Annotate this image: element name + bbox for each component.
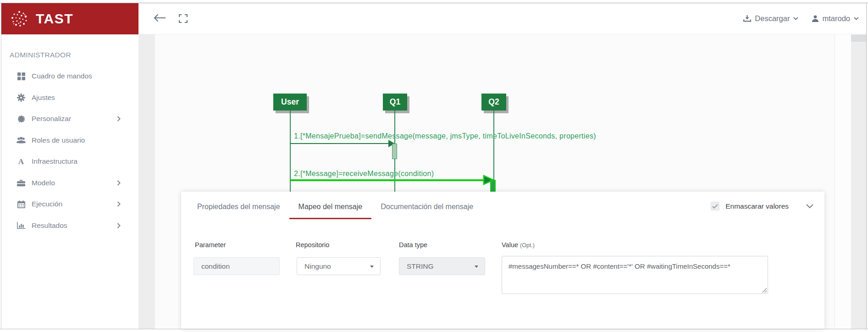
tab-propiedades-del-mensaje[interactable]: Propiedades del mensaje <box>188 192 289 219</box>
chevron-down-icon <box>793 17 798 20</box>
check-icon <box>712 204 718 209</box>
gear-icon <box>16 94 27 102</box>
sidebar-item-label: Ejecución <box>32 200 62 208</box>
app-window: TAST ADMINISTRADOR Cuadro de mandos Ajus… <box>0 0 868 332</box>
chevron-down-icon <box>854 17 859 20</box>
tab-bar: Propiedades del mensaje Mapeo del mensaj… <box>188 192 482 219</box>
repository-label: Repositorio <box>296 241 329 249</box>
sidebar-item-label: Infraestructura <box>32 157 77 166</box>
parameter-input[interactable]: condition <box>194 257 280 275</box>
sidebar-item-resultados[interactable]: Resultados <box>1 215 138 237</box>
select-caret-icon <box>370 266 374 270</box>
message-1-arrow-line[interactable] <box>290 143 389 144</box>
brand-header: TAST <box>1 3 138 34</box>
collapse-panel-chevron-icon[interactable] <box>806 204 813 209</box>
lifeline-head-user[interactable]: User <box>273 94 307 111</box>
download-icon <box>743 15 751 22</box>
repository-select[interactable]: Ninguno <box>297 257 381 275</box>
activation-bar-q2-highlighted <box>490 180 496 193</box>
download-label: Descargar <box>755 14 790 23</box>
tast-logo-icon <box>10 9 29 28</box>
lifeline-head-q2[interactable]: Q2 <box>481 94 506 111</box>
toolbar: Descargar mtarodo <box>138 3 866 34</box>
value-textarea-content: #messagesNumber==* OR #content=='*' OR #… <box>509 262 730 270</box>
mask-values-control: Enmascarar valores <box>711 202 813 210</box>
sidebar-item-label: Personalizar <box>32 115 71 123</box>
user-icon <box>812 15 818 22</box>
datatype-label: Data type <box>399 241 427 249</box>
frame-border-right <box>866 3 867 329</box>
chevron-right-icon <box>117 116 121 122</box>
value-opt-label: (Opt.) <box>520 242 535 249</box>
sidebar-item-label: Ajustes <box>32 94 55 102</box>
message-1-label[interactable]: 1.[*MensajePrueba]=sendMessage(message, … <box>294 132 596 140</box>
bar-chart-icon <box>16 222 27 229</box>
sidebar-item-label: Resultados <box>32 221 67 230</box>
activation-bar-q1 <box>392 144 397 159</box>
sidebar-item-roles-de-usuario[interactable]: Roles de usuario <box>1 130 138 151</box>
sidebar: ADMINISTRADOR Cuadro de mandos Ajustes P… <box>1 34 138 329</box>
sidebar-item-personalizar[interactable]: Personalizar <box>1 108 138 130</box>
datatype-selected-value: STRING <box>407 262 434 271</box>
chevron-right-icon <box>117 223 121 228</box>
tab-mapeo-del-mensaje[interactable]: Mapeo del mensaje <box>289 192 372 219</box>
resize-handle-icon[interactable] <box>762 288 767 293</box>
sidebar-item-label: Cuadro de mandos <box>32 72 92 80</box>
users-icon <box>16 137 27 144</box>
brand-name: TAST <box>36 11 73 27</box>
user-menu[interactable]: mtarodo <box>812 14 859 23</box>
parameter-label: Parameter <box>195 241 226 249</box>
sidebar-item-ejecucion[interactable]: Ejecución <box>1 194 138 215</box>
font-icon: A <box>16 158 27 166</box>
diagram-right-gutter <box>835 34 851 329</box>
briefcase-icon <box>16 179 27 187</box>
repository-selected-value: Ninguno <box>304 262 331 271</box>
dashboard-icon <box>16 72 27 80</box>
sidebar-item-infraestructura[interactable]: A Infraestructura <box>1 151 138 172</box>
select-caret-icon <box>475 266 478 270</box>
sidebar-item-cuadro-de-mandos[interactable]: Cuadro de mandos <box>1 66 138 87</box>
datatype-select[interactable]: STRING <box>399 257 485 275</box>
chevron-right-icon <box>117 201 121 207</box>
fullscreen-icon[interactable] <box>179 14 188 25</box>
frame-border-bottom <box>0 329 868 329</box>
sidebar-item-label: Roles de usuario <box>32 136 85 144</box>
cog-flower-icon <box>16 115 27 123</box>
mask-values-label: Enmascarar valores <box>725 202 789 210</box>
sidebar-section-label: ADMINISTRADOR <box>10 51 71 59</box>
chevron-right-icon <box>117 180 121 186</box>
message-detail-panel: Propiedades del mensaje Mapeo del mensaj… <box>181 192 824 329</box>
mask-values-checkbox[interactable] <box>711 202 719 210</box>
tab-documentacion-del-mensaje[interactable]: Documentación del mensaje <box>371 192 482 219</box>
download-menu[interactable]: Descargar <box>743 14 798 23</box>
lifeline-head-q1[interactable]: Q1 <box>383 94 407 111</box>
back-button[interactable] <box>153 13 166 24</box>
value-label: Value (Opt.) <box>502 241 535 249</box>
message-2-arrow-line-highlighted[interactable] <box>290 179 485 181</box>
sidebar-item-modelo[interactable]: Modelo <box>1 172 138 194</box>
toolbar-right: Descargar mtarodo <box>743 3 859 34</box>
calendar-icon <box>16 200 27 208</box>
username-label: mtarodo <box>822 14 850 23</box>
value-textarea[interactable]: #messagesNumber==* OR #content=='*' OR #… <box>502 256 768 294</box>
message-2-label[interactable]: 2.[*Message]=receiveMessage(condition) <box>294 170 434 178</box>
value-label-text: Value <box>502 241 518 249</box>
sidebar-item-ajustes[interactable]: Ajustes <box>1 87 138 109</box>
sidebar-item-label: Modelo <box>32 179 55 187</box>
page-scrollbar-thumb[interactable] <box>851 35 866 42</box>
sidebar-menu: Cuadro de mandos Ajustes Personalizar <box>1 66 138 236</box>
